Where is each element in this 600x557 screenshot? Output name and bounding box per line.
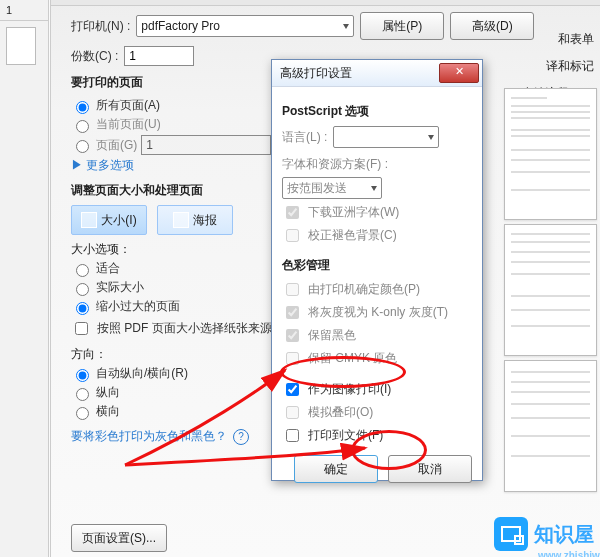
grayscale-link[interactable]: 要将彩色打印为灰色和黑色？? [71,428,249,445]
close-button[interactable]: ✕ [439,63,479,83]
page-range-input[interactable] [141,135,271,155]
poster-icon [173,212,189,228]
preview-page[interactable] [504,224,597,356]
printer-label: 打印机(N) : [71,18,130,35]
language-dropdown[interactable] [333,126,439,148]
side-text-2: 译和标记 [498,55,598,78]
checkbox-print-as-image[interactable]: 作为图像打印(I) [282,380,472,399]
dialog-title: 高级打印设置 [280,65,352,82]
printer-value: pdfFactory Pro [141,19,220,33]
watermark-url: www.zhishiwu.com [538,550,600,557]
postscript-group-title: PostScript 选项 [282,103,472,120]
chevron-down-icon [371,186,377,191]
watermark-text: 知识屋 [534,521,594,548]
chevron-down-icon [343,24,349,29]
preview-page[interactable] [504,88,597,220]
page-thumbnail[interactable] [6,27,36,65]
checkbox-print-to-file[interactable]: 打印到文件(F) [282,426,472,445]
checkbox-printer-color[interactable]: 由打印机确定颜色(P) [282,280,472,299]
copies-input[interactable] [124,46,194,66]
preview-page[interactable] [504,360,597,492]
cancel-button[interactable]: 取消 [388,455,472,483]
copies-label: 份数(C) : [71,48,118,65]
checkbox-preserve-cmyk[interactable]: 保留 CMYK 原色 [282,349,472,368]
ok-button[interactable]: 确定 [294,455,378,483]
printer-dropdown[interactable]: pdfFactory Pro [136,15,354,37]
page-setup-button[interactable]: 页面设置(S)... [71,524,167,552]
side-text-1: 和表单 [498,28,598,51]
font-policy-dropdown[interactable]: 按范围发送 [282,177,382,199]
checkbox-download-asian[interactable]: 下载亚洲字体(W) [282,203,472,222]
checkbox-gradient-bg[interactable]: 校正褪色背景(C) [282,226,472,245]
checkbox-simulate-overprint[interactable]: 模拟叠印(O) [282,403,472,422]
watermark-icon [494,517,528,551]
checkbox-preserve-black[interactable]: 保留黑色 [282,326,472,345]
properties-button[interactable]: 属性(P) [360,12,444,40]
font-policy-label: 字体和资源方案(F) : [282,156,388,173]
more-options-link[interactable]: ▶ 更多选项 [71,157,134,174]
color-mgmt-group-title: 色彩管理 [282,257,472,274]
tab-size[interactable]: 大小(I) [71,205,147,235]
tab-poster[interactable]: 海报 [157,205,233,235]
watermark: 知识屋 www.zhishiwu.com [494,517,594,551]
language-label: 语言(L) : [282,129,327,146]
checkbox-gray-konly[interactable]: 将灰度视为 K-only 灰度(T) [282,303,472,322]
help-icon[interactable]: ? [233,429,249,445]
chevron-down-icon [428,135,434,140]
size-icon [81,212,97,228]
page-preview-panel [501,84,600,514]
page-number: 1 [0,0,48,21]
advanced-print-dialog: 高级打印设置 ✕ PostScript 选项 语言(L) : 字体和资源方案(F… [271,59,483,481]
